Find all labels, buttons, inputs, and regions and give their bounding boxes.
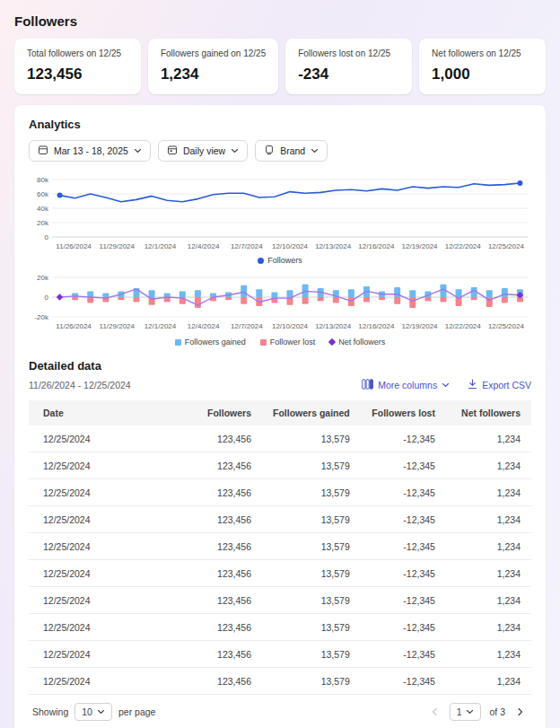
brand-label: Brand: [280, 145, 305, 156]
next-page-button[interactable]: [513, 705, 528, 719]
table-cell: 13,579: [262, 506, 361, 533]
table-cell: 12/25/2024: [29, 479, 182, 506]
stat-label: Followers gained on 12/25: [161, 48, 266, 58]
table-cell: 123,456: [182, 560, 262, 587]
svg-text:12/10/2024: 12/10/2024: [272, 322, 309, 330]
chevron-down-icon: [134, 145, 142, 156]
table-cell: 12/25/2024: [29, 452, 182, 479]
svg-text:11/26/2024: 11/26/2024: [56, 322, 92, 330]
svg-text:40k: 40k: [37, 205, 49, 213]
table-row: 12/25/2024123,45613,579-12,3451,234: [29, 641, 531, 668]
table-row: 12/25/2024123,45613,579-12,3451,234: [29, 452, 531, 479]
table-row: 12/25/2024123,45613,579-12,3451,234: [29, 614, 531, 641]
table-cell: -12,345: [361, 506, 446, 533]
export-csv-button[interactable]: Export CSV: [468, 379, 531, 391]
svg-text:12/22/2024: 12/22/2024: [445, 322, 482, 330]
more-columns-button[interactable]: More columns: [362, 379, 450, 391]
table-cell: 1,234: [446, 506, 531, 533]
table-cell: 12/25/2024: [29, 506, 182, 533]
svg-text:12/13/2024: 12/13/2024: [315, 322, 352, 330]
table-cell: 1,234: [446, 425, 531, 452]
stat-cards-row: Total followers on 12/25 123,456 Followe…: [14, 39, 546, 94]
per-page-label: per page: [118, 706, 155, 717]
table-cell: -12,345: [361, 533, 446, 560]
table-cell: 1,234: [446, 560, 531, 587]
svg-text:12/7/2024: 12/7/2024: [231, 242, 263, 250]
svg-text:12/4/2024: 12/4/2024: [188, 322, 220, 330]
table-cell: -12,345: [361, 425, 446, 452]
svg-text:12/1/2024: 12/1/2024: [144, 322, 177, 330]
filter-chips: Mar 13 - 18, 2025 Daily view Brand: [29, 140, 531, 162]
svg-text:12/10/2024: 12/10/2024: [272, 242, 309, 250]
table-cell: 12/25/2024: [29, 587, 182, 614]
svg-text:12/16/2024: 12/16/2024: [358, 322, 395, 330]
legend-item: Net followers: [329, 338, 385, 346]
stat-card-followers-lost: Followers lost on 12/25 -234: [285, 39, 412, 94]
page-select[interactable]: 1: [450, 703, 482, 721]
table-cell: -12,345: [361, 452, 446, 479]
svg-text:20k: 20k: [37, 219, 49, 227]
table-row: 12/25/2024123,45613,579-12,3451,234: [29, 560, 531, 587]
stat-label: Net followers on 12/25: [432, 48, 533, 58]
table-cell: 1,234: [446, 641, 531, 668]
table-cell: 13,579: [262, 668, 361, 695]
per-page-select[interactable]: 10: [74, 703, 112, 721]
table-cell: 1,234: [446, 614, 531, 641]
chevron-down-icon: [311, 145, 319, 156]
showing-label: Showing: [32, 706, 68, 717]
svg-text:12/13/2024: 12/13/2024: [315, 242, 352, 250]
table-cell: 123,456: [182, 668, 262, 695]
brand-dropdown[interactable]: Brand: [255, 140, 328, 162]
date-range-dropdown[interactable]: Mar 13 - 18, 2025: [29, 140, 151, 162]
svg-text:20k: 20k: [37, 274, 49, 282]
legend-circle-marker: [258, 258, 264, 264]
view-granularity-dropdown[interactable]: Daily view: [158, 140, 248, 162]
legend-label: Follower lost: [270, 338, 316, 346]
table-cell: 123,456: [182, 641, 262, 668]
columns-icon: [362, 379, 373, 391]
table-cell: -12,345: [361, 587, 446, 614]
legend-square-marker: [175, 339, 181, 346]
table-cell: -12,345: [361, 560, 446, 587]
calendar-icon: [167, 145, 178, 157]
chevron-down-icon: [466, 708, 474, 715]
table-cell: 1,234: [446, 452, 531, 479]
column-header-followers-lost: Followers lost: [361, 400, 446, 425]
stat-value: -234: [298, 66, 399, 83]
detailed-data-title: Detailed data: [29, 359, 531, 373]
analytics-title: Analytics: [29, 118, 531, 131]
table-cell: -12,345: [361, 641, 446, 668]
column-header-net-followers: Net followers: [446, 400, 531, 425]
table-cell: 12/25/2024: [29, 533, 182, 560]
table-row: 12/25/2024123,45613,579-12,3451,234: [29, 533, 531, 560]
calendar-icon: [38, 145, 48, 157]
table-cell: 123,456: [182, 479, 262, 506]
table-cell: 123,456: [182, 425, 262, 452]
table-row: 12/25/2024123,45613,579-12,3451,234: [29, 668, 531, 695]
table-cell: 12/25/2024: [29, 425, 182, 452]
followers-table: Date Followers Followers gained Follower…: [29, 400, 531, 695]
svg-text:-20k: -20k: [34, 313, 49, 321]
svg-text:12/19/2024: 12/19/2024: [402, 242, 439, 250]
page-title: Followers: [0, 0, 560, 39]
svg-text:11/29/2024: 11/29/2024: [100, 242, 136, 250]
table-cell: 1,234: [446, 668, 531, 695]
chevron-down-icon: [231, 145, 239, 156]
table-cell: 13,579: [262, 587, 361, 614]
column-header-followers: Followers: [182, 400, 262, 425]
svg-text:12/7/2024: 12/7/2024: [231, 322, 263, 330]
table-cell: 13,579: [262, 560, 361, 587]
svg-text:12/22/2024: 12/22/2024: [445, 242, 482, 250]
stat-card-total-followers: Total followers on 12/25 123,456: [14, 39, 141, 94]
svg-text:12/25/2024: 12/25/2024: [488, 242, 525, 250]
table-row: 12/25/2024123,45613,579-12,3451,234: [29, 479, 531, 506]
table-cell: 13,579: [262, 641, 361, 668]
table-cell: 123,456: [182, 452, 262, 479]
svg-text:0: 0: [45, 294, 49, 302]
line-chart-legend: Followers: [29, 256, 531, 265]
legend-label: Followers gained: [185, 338, 246, 346]
export-csv-label: Export CSV: [482, 380, 531, 390]
stat-card-followers-gained: Followers gained on 12/25 1,234: [148, 39, 278, 94]
svg-text:12/1/2024: 12/1/2024: [144, 242, 177, 250]
prev-page-button[interactable]: [427, 705, 442, 719]
